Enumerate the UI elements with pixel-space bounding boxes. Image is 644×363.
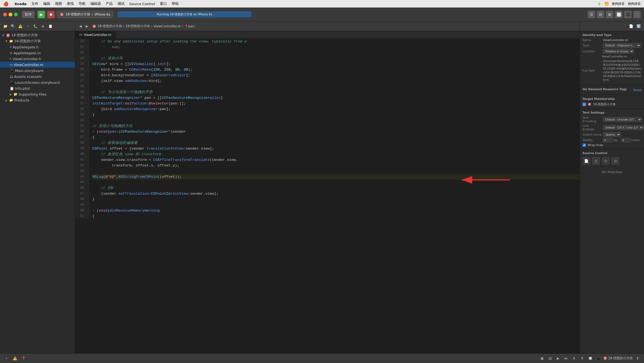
menu-window[interactable]: 窗口: [160, 1, 167, 6]
layout-single-button[interactable]: ▣: [539, 355, 545, 362]
code-line-25: bird.frame = CGRectMake(150, 250, 30, 30…: [92, 67, 580, 72]
tree-file-launch[interactable]: 📱 LaunchScreen.storyboard: [0, 79, 75, 85]
nav-debug-icon[interactable]: 🐛: [32, 23, 39, 30]
disclosure-icon: ▼: [2, 34, 5, 37]
nav-search-icon[interactable]: 🔍: [10, 23, 16, 30]
run-button[interactable]: ▶: [38, 11, 45, 18]
view-debugger-button[interactable]: 🔲: [587, 355, 594, 362]
close-button[interactable]: [3, 13, 7, 16]
menu-editor[interactable]: 编辑器: [90, 1, 101, 6]
menu-help[interactable]: 帮助: [172, 1, 179, 6]
minimize-button[interactable]: [9, 13, 12, 16]
inspector-info-icon[interactable]: ℹ️: [635, 23, 642, 30]
source-file-icon: m: [10, 51, 13, 55]
nav-folder-icon[interactable]: 📁: [2, 23, 9, 30]
code-line-41: sender.view.transform = CGAffineTransfor…: [92, 157, 580, 163]
simulator-button[interactable]: 📱: [595, 355, 602, 362]
error-icon-button[interactable]: ⚠️: [12, 355, 18, 362]
tab-width-input[interactable]: [603, 138, 613, 142]
menu-view[interactable]: 视图: [55, 1, 62, 6]
target-checkbox[interactable]: ✓: [583, 103, 586, 106]
layout-btn-2[interactable]: ⬛: [624, 11, 632, 18]
line-numbers: 20 21 22 23 24 25 26 27 28 29 30 31 32 3…: [75, 39, 89, 219]
menu-navigate[interactable]: 导航: [79, 1, 86, 6]
menu-file[interactable]: 文件: [31, 1, 38, 6]
breadcrumb-project-icon: 🎯: [92, 24, 96, 28]
breadcrumb-symbol[interactable]: 📍pan:: [184, 24, 196, 28]
app-name[interactable]: Xcode: [14, 2, 27, 6]
lineendings-select[interactable]: Default - OS X / Unix (LF: [603, 125, 644, 130]
indent-width-input[interactable]: [621, 138, 631, 142]
breadcrumb-file[interactable]: ViewController.m: [153, 24, 181, 28]
tree-main-group[interactable]: ▼ 📁 18-愤怒的小方块: [0, 38, 75, 44]
forward-button[interactable]: ▶: [84, 23, 90, 30]
menu-source-control[interactable]: Source Control: [129, 2, 155, 6]
maximize-button[interactable]: [14, 13, 18, 16]
encoding-row: Text Encoding Default - Unicode (UT...: [583, 116, 641, 123]
expand-debug-button[interactable]: ⬆: [634, 355, 641, 362]
tab-label: ViewController.m: [84, 33, 111, 37]
wrap-lines-checkbox[interactable]: [583, 143, 586, 147]
tree-file-appdelegate-h[interactable]: h AppDelegate.h: [0, 44, 75, 50]
line-num-24: 24: [75, 61, 86, 67]
line-num-32: 32: [75, 106, 86, 112]
input-method[interactable]: 搜狗拼音: [628, 2, 641, 6]
nav-breakpoint-icon[interactable]: ◈: [40, 23, 46, 30]
show-button[interactable]: Show: [633, 88, 641, 92]
add-file-button[interactable]: +: [3, 355, 10, 362]
navigator-toggle[interactable]: ☰: [588, 11, 595, 18]
inspector-file-icon[interactable]: 📄: [628, 23, 634, 30]
menu-edit[interactable]: 编辑: [43, 1, 50, 6]
tree-file-appdelegate-m[interactable]: m AppDelegate.m: [0, 50, 75, 56]
menu-product[interactable]: 产品: [106, 1, 113, 6]
stop-button[interactable]: ■: [47, 11, 55, 18]
pause-button[interactable]: 暂停: [22, 11, 34, 18]
menu-debug[interactable]: 调试: [118, 1, 125, 6]
tree-file-storyboard[interactable]: 📱 Main.storyboard: [0, 68, 75, 74]
nav-report-icon[interactable]: 📋: [47, 23, 54, 30]
tree-supporting-files[interactable]: ▶ 📁 Supporting Files: [0, 91, 75, 97]
sc-branch-icon[interactable]: ⊙: [602, 157, 609, 165]
sc-file-icon[interactable]: 📄: [583, 157, 590, 165]
type-select[interactable]: Default - Objective-C...: [603, 43, 641, 48]
step-out-button[interactable]: ⬆: [579, 355, 586, 362]
debug-location-button[interactable]: 📍: [20, 355, 27, 362]
play-button[interactable]: ▶: [555, 355, 561, 362]
scheme-label: 🎯 18-愤怒的小方块: [603, 356, 633, 361]
menu-find[interactable]: 查找: [67, 1, 74, 6]
code-line-37: {: [92, 135, 580, 140]
tree-products[interactable]: ▶ 📁 Products: [0, 97, 75, 103]
debug-toggle[interactable]: ⊟: [597, 11, 604, 18]
tree-project-root[interactable]: ▼ 🎯 18-愤怒的小方块: [0, 32, 75, 38]
tree-file-viewcontroller-m[interactable]: m ViewController.m: [0, 62, 75, 68]
layout-double-button[interactable]: ▤: [547, 355, 553, 362]
layout-btn-1[interactable]: ⬜: [615, 11, 623, 18]
tab-file-icon: m: [79, 33, 82, 37]
menu-bar: 🍎 Xcode 文件 编辑 视图 查找 导航 编辑器 产品 调试 Source …: [0, 0, 644, 8]
tree-file-assets[interactable]: 🗂 Assets.xcassets: [0, 74, 75, 79]
nav-test-icon[interactable]: ✓: [25, 23, 31, 30]
location-select[interactable]: Relative to Group: [603, 49, 634, 54]
encoding-select[interactable]: Default - Unicode (UT...: [603, 117, 642, 122]
tree-file-plist[interactable]: 📋 Info.plist: [0, 85, 75, 91]
step-over-button[interactable]: ⏭: [563, 355, 569, 362]
code-scroll[interactable]: 20 21 22 23 24 25 26 27 28 29 30 31 32 3…: [75, 39, 580, 353]
layout-btn-3[interactable]: ⬚: [633, 11, 641, 18]
scheme-selector[interactable]: 🎯 18-愤怒的小方块 › iPhone 6s: [57, 11, 113, 18]
sc-diff-icon[interactable]: {}: [592, 157, 600, 165]
sc-merge-icon[interactable]: ⊟: [612, 157, 619, 165]
tree-file-viewcontroller-h[interactable]: h ViewController.h: [0, 56, 75, 62]
line-num-39: 39: [75, 146, 86, 151]
step-in-button[interactable]: ⬇: [571, 355, 577, 362]
back-button[interactable]: ◀: [77, 23, 84, 30]
breadcrumb-folder[interactable]: 18-愤怒的小方块: [125, 24, 150, 28]
apple-menu[interactable]: 🍎: [3, 1, 9, 6]
indent-row: Indent Using Spaces: [583, 132, 641, 137]
nav-issue-icon[interactable]: ⚠️: [17, 23, 24, 30]
folder-icon: 📁: [9, 39, 13, 43]
inspector-toggle[interactable]: ⊞: [606, 11, 613, 18]
breadcrumb-project[interactable]: 18-愤怒的小方块: [97, 24, 122, 28]
tab-viewcontroller-m[interactable]: m ViewController.m: [75, 31, 116, 38]
code-line-30: UIPanGestureRecognizer* pan = [[UIPanGes…: [92, 95, 580, 101]
indent-select[interactable]: Spaces: [603, 132, 621, 137]
